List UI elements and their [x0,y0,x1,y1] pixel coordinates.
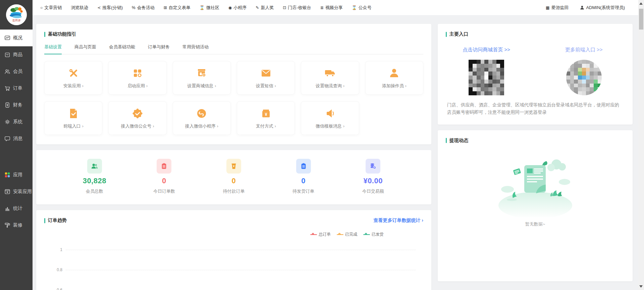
store-switcher[interactable]: ▦爱游盐田 [546,5,569,11]
wallet-icon: ¥ [260,107,272,119]
gear-icon [4,119,10,125]
sidebar-item-statistics[interactable]: 统计 [0,200,33,217]
sidebar-item-label: 订单 [13,85,22,91]
order-trend-chart: 1 0.8 0.6 [36,241,431,290]
topnav-item-store-cashier[interactable]: ⊡门店-收银台 [283,5,311,11]
visit-mall-home-link[interactable]: 点击访问商城首页 >> [463,47,510,53]
qr-home-mosaic [469,60,504,95]
card-wechat-official[interactable]: 接入微信公众号› [108,101,166,135]
clipboard-icon [157,159,171,174]
withdraw-title: 提现动态 [438,130,633,144]
card-front-entry[interactable]: 前端入口› [44,101,102,135]
sidebar-item-label: 商品 [13,52,22,58]
members-icon [4,68,10,75]
finance-icon [4,102,10,108]
topnav-item-browse-track[interactable]: 浏览轨迹 [71,5,88,11]
chevron-right-icon: › [217,124,218,129]
more-order-stats-link[interactable]: 查看更多订单数据统计 › [373,218,423,224]
scroll-down-arrow-icon[interactable] [639,285,643,288]
share-icon: ≺ [97,5,101,10]
scrollbar-thumb[interactable] [639,9,643,30]
topnav-item-official-account[interactable]: ⌛公众号 [352,5,372,11]
truck-icon [324,67,336,79]
legend-marker-icon [363,233,370,236]
topnav-item-article-marketing[interactable]: ○文章营销 [40,5,62,11]
sidebar-item-orders[interactable]: 订单 [0,80,33,97]
main-entry-panel: 主要入口 点击访问商城首页 >> 更多前端入口 >> 门店、供应商、酒店、企业管… [438,24,633,125]
tab-goods-pages[interactable]: 商品与页面 [74,44,96,54]
card-logistics[interactable]: 设置物流查询› [301,61,359,95]
stat-total-members: 30,828 会员总数 [60,159,129,194]
stat-label: 会员总数 [86,188,103,194]
card-sms[interactable]: 设置短信› [237,61,295,95]
order-trend-panel: 订单趋势 查看更多订单数据统计 › 总订单 已完成 已发货 1 0.8 0.6 [36,210,431,290]
sidebar-item-finance[interactable]: 财务 [0,97,33,113]
sidebar-item-overview[interactable]: 概况 [0,30,33,46]
sidebar-item-apps[interactable]: 应用 [0,166,33,183]
topnav-item-newcomer-award[interactable]: ✎新人奖 [256,5,274,11]
empty-state: 暂无数据~ [438,155,633,227]
stat-today-orders: 0 今日订单数 [129,159,199,194]
card-template-message[interactable]: 微信模板消息› [301,101,359,135]
card-launch-app[interactable]: 启动应用› [108,61,166,95]
topnav-item-video-share[interactable]: ≣视频分享 [320,5,343,11]
person-icon [580,5,584,10]
right-column: 主要入口 点击访问商城首页 >> 更多前端入口 >> 门店、供应商、酒店、企业管… [438,24,633,281]
card-wechat-miniprogram[interactable]: 接入微信小程序› [173,101,231,135]
tab-basic-settings[interactable]: 基础设置 [44,44,62,54]
sidebar-item-goods[interactable]: 商品 [0,46,33,63]
topnav: ○文章营销 浏览轨迹 ≺推客(分销) %会务活动 ⊞自定义表单 ⌛微社区 ◉小程… [40,5,372,11]
legend-completed[interactable]: 已完成 [337,232,357,237]
stat-value: 0 [232,177,236,185]
grid-icon [131,67,144,79]
topnav-item-community[interactable]: ⌛微社区 [200,5,219,11]
main-entry-title: 主要入口 [438,24,633,37]
sidebar-item-label: 统计 [13,205,22,211]
sidebar-item-members[interactable]: 会员 [0,63,33,80]
topnav-item-conference[interactable]: %会务活动 [132,5,155,11]
title-accent-bar [446,32,447,37]
chevron-right-icon: › [146,84,148,88]
brand-logo-icon: 盐田游 [6,4,27,25]
legend-total-orders[interactable]: 总订单 [310,232,331,237]
topnav-item-distribution[interactable]: ≺推客(分销) [97,5,123,11]
card-install-app[interactable]: 安装应用› [44,61,102,95]
more-front-entries-link[interactable]: 更多前端入口 >> [565,47,603,53]
chevron-right-icon: › [275,124,276,129]
withdraw-panel: 提现动态 [438,130,633,281]
topbar: ○文章营销 浏览轨迹 ≺推客(分销) %会务活动 ⊞自定义表单 ⌛微社区 ◉小程… [33,0,638,15]
tools-icon [67,67,79,79]
sidebar-item-system[interactable]: 系统 [0,113,33,130]
legend-marker-icon [310,233,317,236]
tab-member-basics[interactable]: 会员基础功能 [109,44,135,54]
card-payment[interactable]: ¥ 支付方式› [237,101,295,135]
stat-today-turnover: ¥0.00 今日交易额 [338,159,408,194]
svg-text:¥: ¥ [265,112,267,117]
chevron-right-icon: › [153,124,154,129]
tab-orders-finance[interactable]: 订单与财务 [148,44,170,54]
y-axis-tick: 1 [36,247,66,252]
tab-marketing[interactable]: 常用营销活动 [182,44,209,54]
admin-menu[interactable]: ADMIN(系统管理员) [580,5,625,11]
legend-shipped[interactable]: 已发货 [363,232,384,237]
scroll-up-arrow-icon[interactable] [639,2,643,5]
svg-text:盐田游: 盐田游 [12,19,20,22]
doc-check-icon [67,107,79,119]
page-scrollbar[interactable] [638,0,644,290]
chevron-right-icon: › [343,124,344,129]
card-add-operator[interactable]: 添加操作员› [365,61,423,95]
sidebar-item-install-apps[interactable]: 安装应用 [0,183,33,200]
topnav-item-custom-form[interactable]: ⊞自定义表单 [164,5,191,11]
topnav-item-miniprogram[interactable]: ◉小程序 [228,5,247,11]
sidebar-item-message[interactable]: 消息 [0,130,33,147]
card-mall-info[interactable]: 设置商城信息› [173,61,231,95]
entry-note: 门店、供应商、酒店、企业管理、区域代理等独立后台登录域名同总平台，使用对应的店员… [438,95,633,125]
apps-icon [4,172,10,178]
stat-unpaid-orders: ¥ 0 待付款订单 [199,159,269,194]
guide-panel: 基础功能指引 基础设置 商品与页面 会员基础功能 订单与财务 常用营销活动 安装… [36,24,431,144]
empty-illustration [493,155,577,217]
megaphone-icon [324,107,336,119]
hourglass-icon: ⌛ [200,5,205,10]
sidebar-item-decorate[interactable]: 装修 [0,217,33,234]
members-icon [87,159,102,174]
